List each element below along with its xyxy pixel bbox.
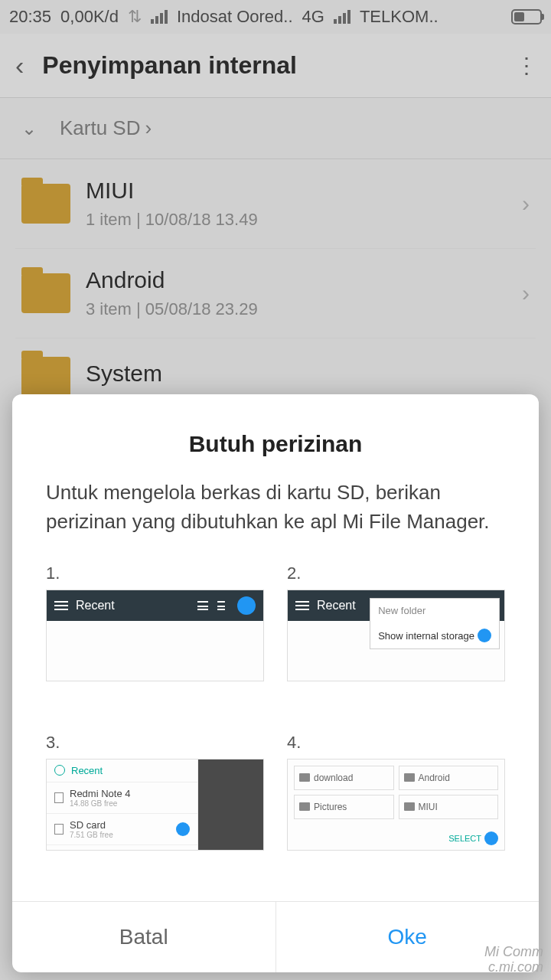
steps-grid: 1. Recent 2. Recent New fold (12, 536, 539, 901)
menu-item-label: New folder (378, 605, 425, 616)
step-number: 4. (287, 733, 505, 753)
battery-icon (511, 9, 542, 24)
thumb-label: Redmi Note 4 (70, 788, 130, 799)
highlight-dot-icon (478, 629, 491, 642)
thumb-label: Recent (76, 599, 115, 612)
hamburger-icon (54, 605, 68, 606)
step-4: 4. download Android Pictures MIUI SELECT (287, 733, 505, 886)
step-thumbnail: Recent New folder Show internal storage (287, 590, 505, 681)
folder-name: MIUI (86, 178, 522, 204)
folder-list: MIUI 1 item | 10/08/18 13.49 › Android 3… (0, 159, 551, 415)
back-button[interactable]: ‹ (15, 51, 24, 80)
folder-item[interactable]: Android 3 item | 05/08/18 23.29 › (15, 249, 536, 338)
folder-name: Android (86, 267, 522, 293)
signal-icon (151, 10, 168, 24)
step-thumbnail: Recent Redmi Note 414.88 GB free SD card… (46, 759, 264, 851)
status-bar: 20:35 0,00K/d ⇅ Indosat Oored.. 4G TELKO… (0, 0, 551, 34)
step-number: 1. (46, 564, 264, 583)
thumb-label: Pictures (314, 802, 347, 812)
thumb-sublabel: 7.51 GB free (70, 831, 113, 839)
status-network: 4G (302, 7, 324, 27)
thumb-label: SELECT (448, 834, 481, 843)
signal-icon (334, 10, 350, 24)
status-time: 20:35 (9, 7, 51, 27)
step-2: 2. Recent New folder Show internal stora… (287, 564, 505, 717)
status-data-rate: 0,00K/d (60, 7, 119, 27)
page-title: Penyimpanan internal (42, 51, 297, 80)
thumb-label: SD card (70, 819, 106, 831)
status-carrier2: TELKOM.. (360, 7, 439, 27)
permission-dialog: Butuh perizinan Untuk mengelola berkas d… (12, 394, 539, 972)
highlight-dot-icon (176, 822, 190, 836)
dialog-title: Butuh perizinan (12, 394, 539, 479)
folder-meta: 1 item | 10/08/18 13.49 (86, 210, 522, 230)
popup-menu: New folder Show internal storage (370, 598, 500, 649)
folder-icon (21, 357, 70, 397)
menu-item-label: Show internal storage (378, 630, 474, 642)
folder-item[interactable]: MIUI 1 item | 10/08/18 13.49 › (15, 159, 536, 249)
clock-icon (54, 765, 65, 776)
more-menu-button[interactable]: ⋮ (516, 53, 536, 78)
hamburger-icon (295, 605, 309, 606)
step-number: 2. (287, 564, 505, 583)
highlight-dot-icon (237, 596, 256, 615)
chevron-right-icon: › (522, 280, 530, 306)
chevron-right-icon: › (522, 191, 530, 217)
chevron-down-icon: ⌄ (21, 118, 37, 139)
dialog-actions: Batal Oke (12, 901, 539, 972)
folder-icon (299, 773, 310, 782)
watermark: Mi Comm c.mi.com (484, 945, 543, 975)
step-1: 1. Recent (46, 564, 264, 717)
thumb-label: Recent (317, 599, 356, 612)
folder-name: System (86, 361, 530, 387)
thumb-label: Recent (71, 765, 103, 776)
step-number: 3. (46, 733, 264, 753)
sd-icon (54, 824, 64, 835)
phone-icon (54, 792, 64, 803)
thumb-label: MIUI (419, 802, 438, 812)
step-thumbnail: download Android Pictures MIUI SELECT (287, 759, 505, 851)
thumb-label: Android (419, 773, 450, 783)
app-header: ‹ Penyimpanan internal ⋮ (0, 34, 551, 98)
breadcrumb-label: Kartu SD (60, 116, 141, 140)
thumb-sublabel: 14.88 GB free (70, 799, 130, 808)
breadcrumb[interactable]: ⌄ Kartu SD › (0, 98, 551, 159)
cancel-button[interactable]: Batal (12, 902, 276, 972)
folder-icon (404, 802, 415, 811)
folder-icon (21, 184, 70, 224)
folder-icon (404, 773, 415, 782)
highlight-dot-icon (484, 831, 498, 845)
status-carrier1: Indosat Oored.. (177, 7, 293, 27)
step-thumbnail: Recent (46, 590, 264, 681)
updown-icon: ⇅ (128, 7, 142, 27)
list-icon (197, 601, 208, 610)
chevron-right-icon: › (145, 116, 152, 140)
thumb-label: download (314, 773, 353, 783)
dialog-body: Untuk mengelola berkas di kartu SD, beri… (12, 479, 539, 536)
folder-meta: 3 item | 05/08/18 23.29 (86, 299, 522, 319)
folder-icon (299, 802, 310, 811)
folder-icon (21, 273, 70, 313)
step-3: 3. Recent Redmi Note 414.88 GB free SD c… (46, 733, 264, 886)
sort-icon (217, 601, 225, 610)
